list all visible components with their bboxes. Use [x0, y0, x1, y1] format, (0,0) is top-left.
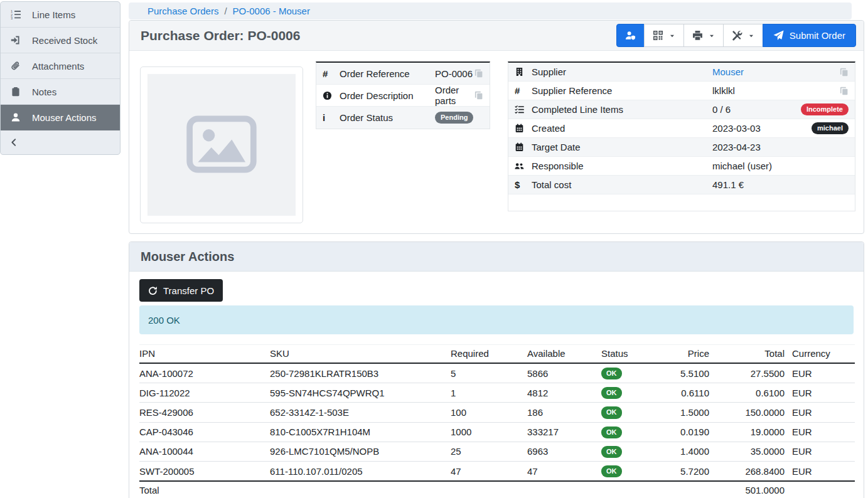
status-ok-badge: OK [601, 368, 622, 379]
sku-cell: 652-3314Z-1-503E [270, 403, 451, 422]
purchase-order-panel-body: #Order ReferencePO-0006Order Description… [129, 51, 864, 234]
copy-icon[interactable] [840, 87, 849, 95]
total-cell: 150.0000 [717, 403, 792, 422]
detail-value-supplier[interactable]: Mouser [712, 66, 744, 77]
price-cell: 5.5100 [662, 363, 717, 383]
required-cell: 5 [451, 363, 527, 383]
column-header-currency: Currency [792, 345, 855, 364]
supplier-details-table: SupplierMouser#Supplier Referencelklklkl… [508, 61, 855, 211]
user-permissions-button[interactable] [616, 24, 645, 47]
status-ok-badge: OK [601, 426, 622, 438]
incomplete-badge: Incomplete [801, 103, 849, 115]
ipn-cell: ANA-100072 [139, 363, 270, 383]
currency-cell: EUR [792, 422, 855, 442]
tools-icon [732, 30, 742, 41]
status-cell: OK [601, 403, 662, 422]
total-cell: 27.5500 [717, 363, 792, 383]
print-actions-button[interactable] [683, 24, 724, 47]
transfer-po-button[interactable]: Transfer PO [139, 279, 223, 302]
svg-text:3: 3 [11, 16, 13, 19]
clipboard-icon [9, 87, 22, 97]
transfer-po-label: Transfer PO [163, 285, 214, 296]
order-actions-button[interactable] [723, 24, 763, 47]
mouser-actions-panel-header: Mouser Actions [129, 242, 864, 272]
sidebar-item-attachments[interactable]: Attachments [1, 53, 120, 79]
required-cell: 25 [451, 442, 527, 461]
sign-in-icon [9, 35, 22, 45]
order-status-badge: Pending [435, 112, 473, 124]
detail-label: Order Status [340, 112, 435, 123]
available-cell: 6963 [527, 442, 601, 461]
sidebar-collapse-button[interactable] [1, 130, 120, 154]
mouser-actions-panel-body: Transfer PO 200 OK IPNSKURequiredAvailab… [129, 272, 864, 498]
sidebar-item-label: Attachments [32, 61, 84, 72]
detail-value-total-cost: 491.1 € [712, 179, 744, 190]
detail-label: Completed Line Items [532, 104, 712, 115]
table-row: ANA-100044926-LMC7101QM5/NOPB256963OK1.4… [139, 442, 855, 461]
detail-row-target-date: Target Date2023-04-23 [508, 138, 855, 157]
detail-label: Order Reference [340, 68, 435, 79]
chevron-left-icon [9, 138, 18, 147]
currency-cell: EUR [792, 383, 855, 403]
currency-cell: EUR [792, 461, 855, 481]
sidebar-item-notes[interactable]: Notes [1, 79, 120, 105]
detail-label: Order Description [340, 90, 435, 101]
barcode-actions-button[interactable] [644, 24, 684, 47]
sidebar-item-label: Notes [32, 87, 56, 97]
total-label: Total [139, 481, 270, 498]
price-cell: 1.4000 [662, 442, 717, 461]
breadcrumb: Purchase Orders / PO-0006 - Mouser [129, 3, 852, 19]
detail-value-supplier-reference: lklklkl [712, 85, 735, 96]
ipn-cell: SWT-200005 [139, 461, 270, 481]
copy-icon[interactable] [474, 69, 483, 78]
detail-row-empty [508, 194, 855, 211]
status-cell: OK [601, 461, 662, 481]
copy-icon[interactable] [474, 91, 483, 100]
sidebar-item-received-stock[interactable]: Received Stock [1, 28, 120, 53]
list-ol-icon: 123 [9, 9, 22, 19]
sku-cell: 926-LMC7101QM5/NOPB [270, 442, 451, 461]
status-cell: OK [601, 363, 662, 383]
column-header-sku: SKU [270, 345, 451, 364]
submit-order-button[interactable]: Submit Order [763, 24, 856, 47]
detail-row-supplier-reference: #Supplier Referencelklklkl [508, 82, 855, 100]
currency-cell: EUR [792, 363, 855, 383]
order-image-placeholder[interactable] [140, 66, 303, 223]
sidebar-item-label: Received Stock [32, 35, 97, 46]
copy-icon[interactable] [840, 68, 849, 77]
available-cell: 333217 [527, 422, 601, 442]
page-title: Purchase Order: PO-0006 [141, 28, 300, 43]
sidebar-item-label: Mouser Actions [32, 112, 97, 123]
total-cell: 19.0000 [717, 422, 792, 442]
line-items-table-header: IPNSKURequiredAvailableStatusPriceTotalC… [139, 345, 855, 364]
detail-label: Supplier [532, 66, 712, 77]
hash-icon: # [515, 85, 520, 96]
purchase-order-panel-header: Purchase Order: PO-0006 Submit Order [129, 21, 864, 51]
detail-value-target-date: 2023-04-23 [712, 142, 761, 152]
users-icon [515, 161, 524, 171]
breadcrumb-link-purchase-orders[interactable]: Purchase Orders [147, 6, 218, 16]
detail-row-responsible: Responsiblemichael (user) [508, 157, 855, 176]
sidebar-item-mouser-actions[interactable]: Mouser Actions [1, 105, 120, 130]
total-cell: 35.0000 [717, 442, 792, 461]
breadcrumb-link-current-order[interactable]: PO-0006 - Mouser [233, 6, 310, 16]
sku-cell: 611-110.107.011/0205 [270, 461, 451, 481]
dollar-icon: $ [515, 179, 520, 190]
detail-row-completed-line-items: Completed Line Items0 / 6Incomplete [508, 100, 855, 119]
status-ok-badge: OK [601, 446, 622, 458]
price-cell: 5.7200 [662, 461, 717, 481]
image-icon [183, 106, 260, 184]
printer-icon [692, 30, 703, 41]
detail-value-created: 2023-03-03 [712, 123, 761, 134]
alert-text: 200 OK [148, 315, 180, 326]
table-row: SWT-200005611-110.107.011/02054747OK5.72… [139, 461, 855, 481]
sidebar-item-line-items[interactable]: 123Line Items [1, 2, 120, 28]
calendar-icon [515, 124, 524, 133]
caret-down-icon [748, 33, 754, 39]
detail-label: Responsible [532, 161, 712, 171]
sku-cell: 810-C1005X7R1H104M [270, 422, 451, 442]
detail-row-total-cost: $Total cost491.1 € [508, 176, 855, 194]
column-header-status: Status [601, 345, 662, 364]
price-cell: 0.6110 [662, 383, 717, 403]
status-cell: OK [601, 442, 662, 461]
